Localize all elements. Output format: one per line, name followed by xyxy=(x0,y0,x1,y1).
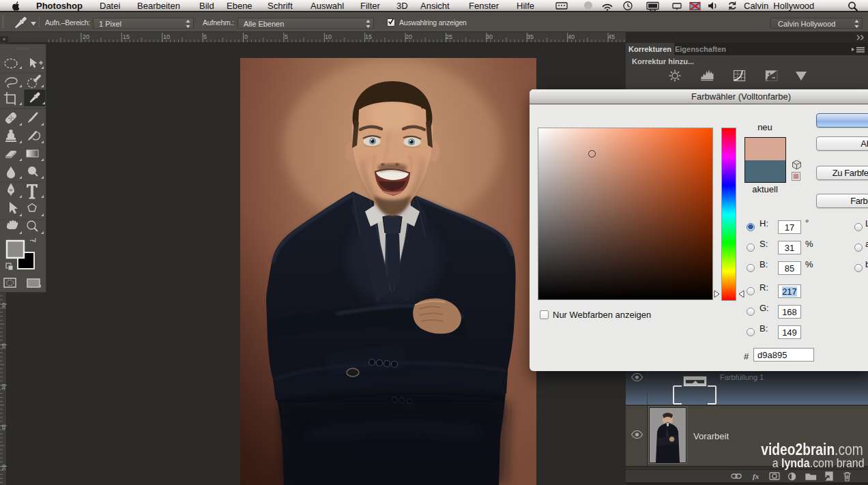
svg-text:fx: fx xyxy=(753,472,760,480)
